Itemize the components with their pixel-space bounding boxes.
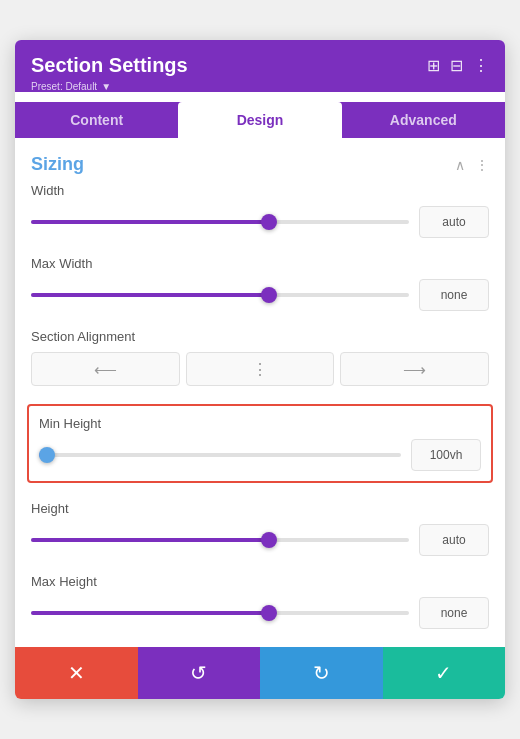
align-center-button[interactable]: ⋮ (186, 352, 335, 386)
save-icon: ✓ (435, 661, 452, 685)
panel-title: Section Settings (31, 54, 188, 77)
max-height-track (31, 611, 409, 615)
width-slider-row: auto (31, 206, 489, 238)
width-track (31, 220, 409, 224)
width-setting: Width auto (31, 183, 489, 238)
settings-area: Width auto Max Width (15, 183, 505, 647)
undo-icon: ↺ (190, 661, 207, 685)
min-height-label: Min Height (39, 416, 481, 431)
tab-content[interactable]: Content (15, 102, 178, 138)
height-input[interactable]: auto (419, 524, 489, 556)
max-width-slider[interactable] (31, 285, 409, 305)
collapse-icon[interactable]: ∧ (455, 157, 465, 173)
header-top: Section Settings ⊞ ⊟ ⋮ (31, 54, 489, 77)
min-height-slider-row: 100vh (39, 439, 481, 471)
min-height-setting: Min Height 100vh (27, 404, 493, 483)
height-setting: Height auto (31, 501, 489, 556)
preset-label-text: Preset: Default (31, 81, 97, 92)
section-more-icon[interactable]: ⋮ (475, 157, 489, 173)
tab-bar: Content Design Advanced (15, 102, 505, 138)
redo-icon: ↻ (313, 661, 330, 685)
width-fill (31, 220, 269, 224)
max-width-input[interactable]: none (419, 279, 489, 311)
align-left-icon: ⟵ (94, 360, 117, 379)
height-slider[interactable] (31, 530, 409, 550)
cancel-icon: ✕ (68, 661, 85, 685)
max-height-setting: Max Height none (31, 574, 489, 629)
section-controls: ∧ ⋮ (455, 157, 489, 173)
max-height-fill (31, 611, 269, 615)
columns-icon[interactable]: ⊟ (450, 56, 463, 75)
tab-design[interactable]: Design (178, 102, 341, 138)
cancel-button[interactable]: ✕ (15, 647, 138, 699)
sizing-section-header: Sizing ∧ ⋮ (15, 138, 505, 183)
redo-button[interactable]: ↻ (260, 647, 383, 699)
section-alignment-setting: Section Alignment ⟵ ⋮ ⟶ (31, 329, 489, 386)
min-height-input[interactable]: 100vh (411, 439, 481, 471)
section-alignment-label: Section Alignment (31, 329, 489, 344)
preset-arrow-icon: ▼ (101, 81, 111, 92)
alignment-buttons: ⟵ ⋮ ⟶ (31, 352, 489, 386)
height-thumb[interactable] (261, 532, 277, 548)
tab-advanced-label: Advanced (390, 112, 457, 128)
min-height-slider[interactable] (39, 445, 401, 465)
max-height-label: Max Height (31, 574, 489, 589)
header: Section Settings ⊞ ⊟ ⋮ Preset: Default ▼ (15, 40, 505, 92)
more-icon[interactable]: ⋮ (473, 56, 489, 75)
max-width-label: Max Width (31, 256, 489, 271)
max-height-input[interactable]: none (419, 597, 489, 629)
height-label: Height (31, 501, 489, 516)
expand-icon[interactable]: ⊞ (427, 56, 440, 75)
max-height-slider-row: none (31, 597, 489, 629)
tab-content-label: Content (70, 112, 123, 128)
align-right-icon: ⟶ (403, 360, 426, 379)
bottom-toolbar: ✕ ↺ ↻ ✓ (15, 647, 505, 699)
max-width-slider-row: none (31, 279, 489, 311)
max-width-setting: Max Width none (31, 256, 489, 311)
settings-content: Sizing ∧ ⋮ Width auto (15, 138, 505, 647)
max-height-thumb[interactable] (261, 605, 277, 621)
height-fill (31, 538, 269, 542)
preset-selector[interactable]: Preset: Default ▼ (31, 81, 489, 92)
max-height-slider[interactable] (31, 603, 409, 623)
min-height-track (39, 453, 401, 457)
align-center-icon: ⋮ (252, 360, 268, 379)
width-label: Width (31, 183, 489, 198)
width-input[interactable]: auto (419, 206, 489, 238)
tab-design-label: Design (237, 112, 284, 128)
align-right-button[interactable]: ⟶ (340, 352, 489, 386)
max-width-thumb[interactable] (261, 287, 277, 303)
min-height-thumb[interactable] (39, 447, 55, 463)
max-width-track (31, 293, 409, 297)
height-slider-row: auto (31, 524, 489, 556)
max-width-fill (31, 293, 269, 297)
align-left-button[interactable]: ⟵ (31, 352, 180, 386)
undo-button[interactable]: ↺ (138, 647, 261, 699)
section-settings-panel: Section Settings ⊞ ⊟ ⋮ Preset: Default ▼… (15, 40, 505, 699)
height-track (31, 538, 409, 542)
width-thumb[interactable] (261, 214, 277, 230)
save-button[interactable]: ✓ (383, 647, 506, 699)
width-slider[interactable] (31, 212, 409, 232)
tab-advanced[interactable]: Advanced (342, 102, 505, 138)
header-icons: ⊞ ⊟ ⋮ (427, 56, 489, 75)
sizing-title: Sizing (31, 154, 84, 175)
